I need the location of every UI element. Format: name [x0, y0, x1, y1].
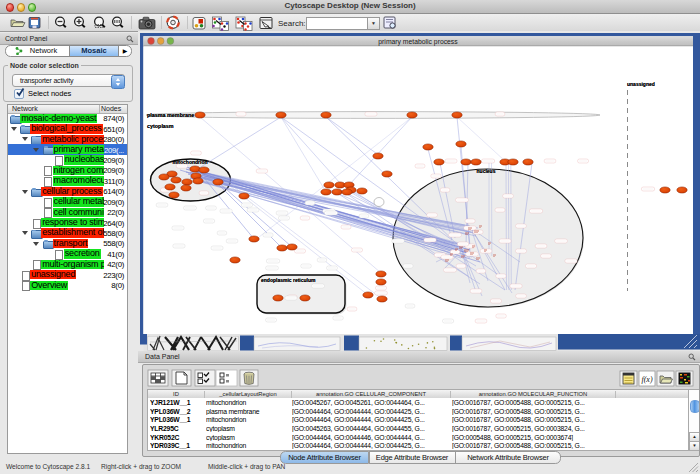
svg-text:endoplasmic reticulum: endoplasmic reticulum [261, 277, 316, 283]
svg-text:nucleus: nucleus [477, 168, 496, 174]
svg-text:unassigned: unassigned [627, 81, 655, 87]
svg-text:primary metabolic process: primary metabolic process [378, 38, 458, 46]
svg-text:cytoplasm: cytoplasm [147, 123, 174, 129]
svg-text:f(x): f(x) [641, 375, 652, 384]
svg-text:plasma membrane: plasma membrane [147, 112, 194, 118]
